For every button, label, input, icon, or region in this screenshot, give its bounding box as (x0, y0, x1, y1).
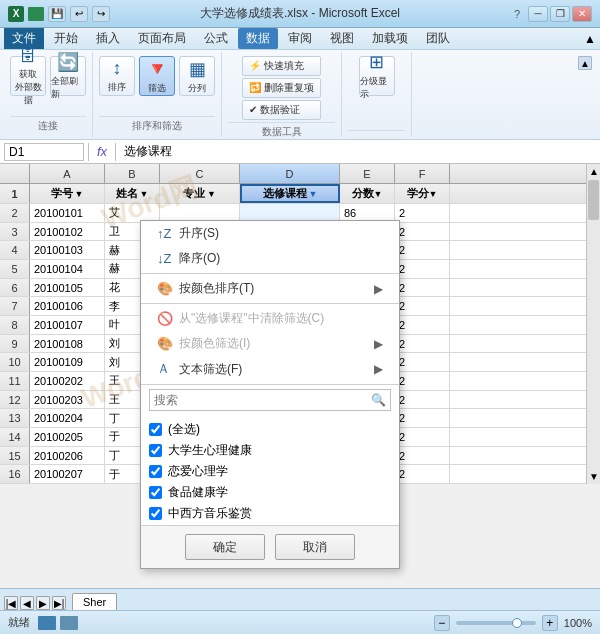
menu-formula[interactable]: 公式 (196, 28, 236, 49)
cell-f8[interactable]: 2 (395, 316, 450, 334)
sort-color-item[interactable]: 🎨 按颜色排序(T) ▶ (141, 276, 399, 301)
get-external-data-btn[interactable]: 🗄 获取外部数据 (10, 56, 46, 96)
checkbox-all-input[interactable] (149, 423, 162, 436)
minimize-btn[interactable]: ─ (528, 6, 548, 22)
refresh-all-btn[interactable]: 🔄 全部刷新 (50, 56, 86, 96)
cell-f7[interactable]: 2 (395, 297, 450, 315)
cell-a7[interactable]: 20100106 (30, 297, 105, 315)
cell-c1[interactable]: 专业 ▼ (160, 184, 240, 203)
cell-f5[interactable]: 2 (395, 260, 450, 278)
zoom-thumb[interactable] (512, 618, 522, 628)
filter-arrow-c[interactable]: ▼ (207, 189, 216, 199)
outline-btn[interactable]: ⊞ 分级显示 (359, 56, 395, 96)
checkbox-2-input[interactable] (149, 465, 162, 478)
filter-btn[interactable]: 🔻 筛选 (139, 56, 175, 96)
cell-f15[interactable]: 2 (395, 447, 450, 465)
checkbox-item-1[interactable]: 大学生心理健康 (149, 440, 391, 461)
menu-data[interactable]: 数据 (238, 28, 278, 49)
filter-arrow-f[interactable]: ▼ (429, 189, 438, 199)
cell-a12[interactable]: 20100203 (30, 391, 105, 409)
ribbon-toggle[interactable]: ▲ (584, 32, 596, 46)
col-header-d[interactable]: D (240, 164, 340, 183)
menu-addins[interactable]: 加载项 (364, 28, 416, 49)
checkbox-item-2[interactable]: 恋爱心理学 (149, 461, 391, 482)
col-header-e[interactable]: E (340, 164, 395, 183)
col-header-a[interactable]: A (30, 164, 105, 183)
col-header-b[interactable]: B (105, 164, 160, 183)
split-btn[interactable]: ▦ 分列 (179, 56, 215, 96)
cell-a11[interactable]: 20100202 (30, 372, 105, 390)
filter-cancel-btn[interactable]: 取消 (275, 534, 355, 560)
cell-a10[interactable]: 20100109 (30, 353, 105, 371)
cell-d1[interactable]: 选修课程 ▼ (240, 184, 340, 203)
zoom-in-btn[interactable]: + (542, 615, 558, 631)
tab-first-btn[interactable]: |◀ (4, 596, 18, 610)
cell-a9[interactable]: 20100108 (30, 335, 105, 353)
tab-prev-btn[interactable]: ◀ (20, 596, 34, 610)
col-header-f[interactable]: F (395, 164, 450, 183)
remove-dup-btn[interactable]: 🔂 删除重复项 (242, 78, 321, 98)
status-icon-1[interactable] (38, 616, 56, 630)
cell-f6[interactable]: 2 (395, 279, 450, 297)
scroll-up-btn[interactable]: ▲ (587, 164, 600, 179)
cell-f11[interactable]: 2 (395, 372, 450, 390)
name-box[interactable]: D1 (4, 143, 84, 161)
cell-f1[interactable]: 学分 ▼ (395, 184, 450, 203)
cell-f4[interactable]: 2 (395, 241, 450, 259)
scroll-thumb[interactable] (588, 180, 599, 220)
sort-desc-item[interactable]: ↓Z 降序(O) (141, 246, 399, 271)
help-question[interactable]: ? (514, 8, 520, 20)
text-filter-item[interactable]: Ａ 文本筛选(F) ▶ (141, 356, 399, 382)
menu-review[interactable]: 审阅 (280, 28, 320, 49)
cell-f14[interactable]: 2 (395, 428, 450, 446)
status-icon-2[interactable] (60, 616, 78, 630)
ribbon-collapse-btn[interactable]: ▲ (574, 52, 596, 137)
quick-fill-btn[interactable]: ⚡ 快速填充 (242, 56, 321, 76)
tab-next-btn[interactable]: ▶ (36, 596, 50, 610)
tab-last-btn[interactable]: ▶| (52, 596, 66, 610)
filter-search-input[interactable] (150, 390, 367, 410)
clear-filter-item[interactable]: 🚫 从"选修课程"中清除筛选(C) (141, 306, 399, 331)
cell-a8[interactable]: 20100107 (30, 316, 105, 334)
close-btn[interactable]: ✕ (572, 6, 592, 22)
checkbox-4-input[interactable] (149, 507, 162, 520)
undo-btn[interactable]: ↩ (70, 6, 88, 22)
scroll-down-btn[interactable]: ▼ (587, 469, 600, 484)
zoom-slider[interactable] (456, 621, 536, 625)
checkbox-item-3[interactable]: 食品健康学 (149, 482, 391, 503)
menu-view[interactable]: 视图 (322, 28, 362, 49)
data-validate-btn[interactable]: ✔ 数据验证 (242, 100, 321, 120)
cell-a15[interactable]: 20100206 (30, 447, 105, 465)
menu-team[interactable]: 团队 (418, 28, 458, 49)
sheet-tab-1[interactable]: Sher (72, 593, 117, 610)
menu-layout[interactable]: 页面布局 (130, 28, 194, 49)
cell-f16[interactable]: 2 (395, 465, 450, 483)
filter-arrow-a[interactable]: ▼ (75, 189, 84, 199)
sort-btn[interactable]: ↕ 排序 (99, 56, 135, 96)
cell-e1[interactable]: 分数 ▼ (340, 184, 395, 203)
filter-ok-btn[interactable]: 确定 (185, 534, 265, 560)
cell-a5[interactable]: 20100104 (30, 260, 105, 278)
maximize-btn[interactable]: ❒ (550, 6, 570, 22)
filter-arrow-b[interactable]: ▼ (140, 189, 149, 199)
cell-a6[interactable]: 20100105 (30, 279, 105, 297)
filter-arrow-d-active[interactable]: ▼ (309, 189, 318, 199)
checkbox-1-input[interactable] (149, 444, 162, 457)
filter-color-item[interactable]: 🎨 按颜色筛选(I) ▶ (141, 331, 399, 356)
cell-a13[interactable]: 20100204 (30, 409, 105, 427)
cell-b1[interactable]: 姓名 ▼ (105, 184, 160, 203)
cell-a2[interactable]: 20100101 (30, 204, 105, 222)
vertical-scrollbar[interactable]: ▲ ▼ (586, 164, 600, 484)
cell-f12[interactable]: 2 (395, 391, 450, 409)
cell-f3[interactable]: 2 (395, 223, 450, 241)
col-header-c[interactable]: C (160, 164, 240, 183)
menu-start[interactable]: 开始 (46, 28, 86, 49)
cell-a14[interactable]: 20100205 (30, 428, 105, 446)
cell-f13[interactable]: 2 (395, 409, 450, 427)
checkbox-all[interactable]: (全选) (149, 419, 391, 440)
save-btn[interactable]: 💾 (48, 6, 66, 22)
zoom-out-btn[interactable]: − (434, 615, 450, 631)
cell-a1[interactable]: 学号 ▼ (30, 184, 105, 203)
cell-f10[interactable]: 2 (395, 353, 450, 371)
checkbox-item-4[interactable]: 中西方音乐鉴赏 (149, 503, 391, 524)
